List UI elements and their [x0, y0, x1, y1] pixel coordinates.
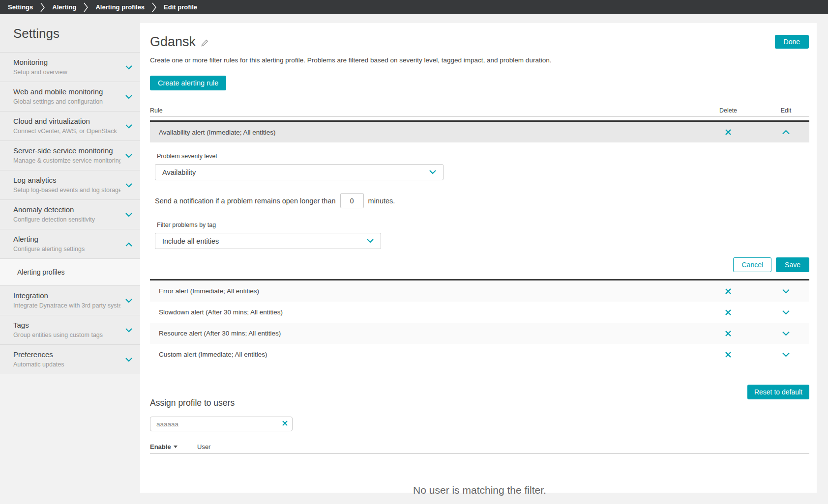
delete-column-header: Delete [694, 107, 763, 114]
sidebar-item-integration[interactable]: Integration Integrate Dynatrace with 3rd… [0, 285, 140, 315]
sidebar-item-tags[interactable]: Tags Group entities using custom tags [0, 315, 140, 344]
tag-filter-select[interactable]: Include all entities [155, 233, 381, 249]
rules-list: Error alert (Immediate; All entities) Sl… [150, 280, 809, 365]
assign-heading: Assign profile to users [150, 385, 809, 408]
sidebar-item-subtitle: Group entities using custom tags [13, 332, 120, 338]
rule-row-availability[interactable]: Availability alert (Immediate; All entit… [150, 122, 809, 142]
sidebar-item-title: Monitoring [13, 58, 120, 66]
chevron-down-icon [125, 213, 132, 217]
sidebar-item-title: Preferences [13, 350, 120, 359]
rule-title: Resource alert (After 30 mins; All entit… [150, 330, 694, 337]
expanded-rule-section: Availability alert (Immediate; All entit… [150, 120, 809, 280]
sidebar-item-alerting[interactable]: Alerting Configure alerting settings [0, 229, 140, 258]
sidebar-item-subtitle: Setup and overview [13, 69, 120, 76]
chevron-down-icon [429, 170, 436, 174]
chevron-down-icon [125, 65, 132, 70]
sidebar-item-subtitle: Manage & customize service monitoring [13, 157, 120, 164]
user-column-header: User [197, 443, 210, 450]
sidebar-item-title: Cloud and virtualization [13, 117, 120, 125]
severity-select[interactable]: Availability [155, 164, 444, 180]
breadcrumb-separator-icon [151, 2, 157, 13]
expand-rule-chevron-down-icon[interactable] [763, 310, 809, 315]
profile-name-title: Gdansk [150, 34, 196, 50]
enable-column-header[interactable]: Enable [150, 443, 197, 450]
sidebar-item-log-analytics[interactable]: Log analytics Setup log-based events and… [0, 170, 140, 199]
chevron-down-icon [125, 183, 132, 188]
delete-rule-icon[interactable] [694, 129, 763, 136]
user-filter-input[interactable] [150, 417, 293, 431]
chevron-down-icon [125, 299, 132, 303]
breadcrumb-separator-icon [83, 2, 89, 13]
edit-profile-panel: Done Gdansk Create one or more filter ru… [140, 23, 817, 493]
reset-to-default-button[interactable]: Reset to default [747, 385, 809, 399]
sidebar-item-anomaly-detection[interactable]: Anomaly detection Configure detection se… [0, 199, 140, 229]
sidebar-item-subtitle: Setup log-based events and log storage [13, 187, 120, 194]
rule-title: Custom alert (Immediate; All entities) [150, 351, 694, 358]
tag-filter-label: Filter problems by tag [157, 222, 809, 228]
rule-column-header: Rule [150, 107, 694, 114]
cancel-button[interactable]: Cancel [733, 257, 771, 272]
breadcrumb-separator-icon [40, 2, 45, 13]
delete-rule-icon[interactable] [694, 309, 763, 316]
chevron-down-icon [125, 358, 132, 362]
rule-title: Error alert (Immediate; All entities) [150, 287, 694, 295]
edit-column-header: Edit [763, 107, 809, 114]
delete-rule-icon[interactable] [694, 288, 763, 295]
severity-select-value: Availability [162, 168, 196, 176]
collapse-rule-chevron-up-icon[interactable] [763, 130, 809, 135]
sidebar-item-title: Integration [13, 291, 120, 300]
sidebar-item-title: Log analytics [13, 176, 120, 184]
breadcrumb-item-alerting[interactable]: Alerting [52, 3, 76, 11]
delete-rule-icon[interactable] [694, 330, 763, 337]
sidebar-item-subtitle: Configure alerting settings [13, 246, 120, 252]
profile-description: Create one or more filter rules for this… [150, 56, 809, 64]
minutes-input[interactable] [340, 193, 364, 208]
sidebar-item-preferences[interactable]: Preferences Automatic updates [0, 344, 140, 374]
sidebar-item-subtitle: Connect vCenter, AWS, or OpenStack [13, 128, 120, 135]
assign-section: Reset to default Assign profile to users [150, 385, 809, 408]
chevron-down-icon [125, 154, 132, 158]
sidebar-subitem-label: Alerting profiles [17, 268, 65, 276]
create-alerting-rule-button[interactable]: Create alerting rule [150, 76, 226, 90]
rule-row-slowdown-alert[interactable]: Slowdown alert (After 30 mins; All entit… [150, 302, 809, 323]
sidebar-title: Settings [0, 14, 140, 52]
sidebar-item-title: Server-side service monitoring [13, 146, 120, 155]
no-user-message: No user is matching the filter. [150, 484, 809, 496]
sidebar-item-web-mobile-monitoring[interactable]: Web and mobile monitoring Global setting… [0, 82, 140, 111]
settings-sidebar: Settings Monitoring Setup and overview W… [0, 14, 140, 374]
sidebar-item-monitoring[interactable]: Monitoring Setup and overview [0, 52, 140, 82]
sidebar-item-subtitle: Global settings and configuration [13, 98, 120, 105]
rule-title: Slowdown alert (After 30 mins; All entit… [150, 308, 694, 316]
chevron-down-icon [125, 124, 132, 129]
sidebar-item-subtitle: Configure detection sensitivity [13, 216, 120, 223]
rules-table-header: Rule Delete Edit [150, 107, 809, 117]
sidebar-item-title: Anomaly detection [13, 205, 120, 214]
rule-row-custom-alert[interactable]: Custom alert (Immediate; All entities) [150, 344, 809, 365]
breadcrumb-item-settings[interactable]: Settings [8, 3, 33, 11]
sidebar-item-server-side-monitoring[interactable]: Server-side service monitoring Manage & … [0, 140, 140, 170]
expand-rule-chevron-down-icon[interactable] [763, 331, 809, 336]
save-button[interactable]: Save [776, 257, 809, 272]
breadcrumb-item-alerting-profiles[interactable]: Alerting profiles [95, 3, 145, 11]
sidebar-item-title: Web and mobile monitoring [13, 87, 120, 96]
tag-filter-select-value: Include all entities [162, 237, 219, 245]
notify-text-after: minutes. [368, 197, 395, 205]
rule-row-resource-alert[interactable]: Resource alert (After 30 mins; All entit… [150, 323, 809, 344]
chevron-down-icon [367, 239, 374, 243]
users-table-header: Enable User [150, 443, 809, 454]
delete-rule-icon[interactable] [694, 351, 763, 358]
chevron-down-icon [125, 95, 132, 99]
rule-row-error-alert[interactable]: Error alert (Immediate; All entities) [150, 280, 809, 302]
sidebar-item-alerting-profiles[interactable]: Alerting profiles [0, 258, 140, 285]
breadcrumb-item-edit-profile: Edit profile [164, 3, 197, 11]
sidebar-item-cloud-virtualization[interactable]: Cloud and virtualization Connect vCenter… [0, 111, 140, 140]
expand-rule-chevron-down-icon[interactable] [763, 289, 809, 294]
notify-text-before: Send a notification if a problem remains… [155, 197, 336, 205]
edit-name-pencil-icon[interactable] [201, 39, 209, 47]
chevron-down-icon [125, 328, 132, 333]
sidebar-item-subtitle: Integrate Dynatrace with 3rd party syste… [13, 302, 120, 309]
done-button[interactable]: Done [775, 35, 809, 49]
sidebar-item-subtitle: Automatic updates [13, 361, 120, 368]
expand-rule-chevron-down-icon[interactable] [763, 352, 809, 357]
clear-filter-icon[interactable] [282, 420, 288, 426]
